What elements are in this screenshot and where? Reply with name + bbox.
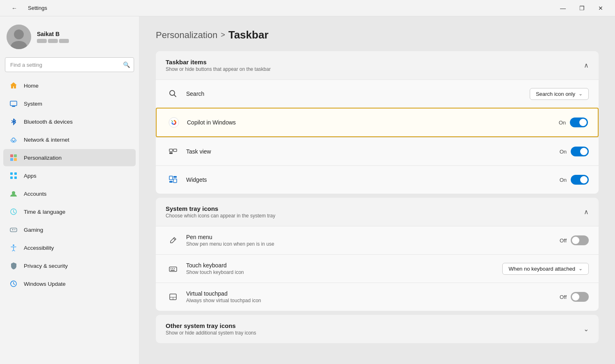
- svg-rect-11: [14, 172, 17, 175]
- avatar: [7, 25, 31, 49]
- svg-point-21: [173, 121, 175, 124]
- svg-rect-12: [10, 176, 13, 179]
- sidebar-item-accessibility[interactable]: Accessibility: [3, 239, 136, 256]
- minimize-button[interactable]: —: [554, 0, 572, 16]
- taskview-toggle[interactable]: [571, 147, 589, 156]
- widgets-toggle-knob: [580, 176, 588, 183]
- network-icon: [9, 135, 18, 144]
- keyboard-item-control: When no keyboard attached ⌄: [502, 263, 589, 275]
- taskbar-item-widgets: Widgets On: [156, 165, 599, 194]
- system-icon: [9, 99, 18, 108]
- search-item-icon: [166, 86, 180, 101]
- sidebar-label-privacy: Privacy & security: [24, 263, 68, 269]
- svg-rect-8: [10, 158, 13, 161]
- system-tray-sub: Choose which icons can appear in the sys…: [166, 213, 275, 219]
- svg-point-17: [13, 244, 14, 246]
- taskbar-items-sub: Show or hide buttons that appear on the …: [166, 66, 271, 72]
- tray-item-pen: Pen menu Show pen menu icon when pen is …: [156, 226, 599, 254]
- sidebar-item-system[interactable]: System: [3, 95, 136, 112]
- sidebar-label-update: Windows Update: [24, 281, 66, 287]
- widgets-toggle[interactable]: [571, 175, 589, 185]
- search-dropdown-value: Search icon only: [536, 91, 575, 97]
- accessibility-icon: [9, 243, 18, 252]
- svg-rect-33: [171, 270, 175, 271]
- keyboard-item-label: Touch keyboard: [186, 262, 502, 269]
- sidebar-label-personalization: Personalization: [24, 155, 61, 161]
- sidebar-label-accounts: Accounts: [24, 191, 47, 197]
- touchpad-toggle-label: Off: [560, 294, 567, 300]
- svg-rect-26: [173, 176, 177, 178]
- window-title: Settings: [28, 5, 47, 11]
- pen-toggle[interactable]: [571, 235, 589, 245]
- taskbar-items-section: Taskbar items Show or hide buttons that …: [156, 51, 599, 194]
- svg-point-5: [13, 141, 14, 142]
- copilot-item-control: On: [559, 118, 588, 127]
- back-button[interactable]: ←: [5, 0, 24, 16]
- system-tray-chevron: ∧: [584, 208, 589, 216]
- sidebar-item-home[interactable]: Home: [3, 77, 136, 94]
- search-item-text: Search: [186, 90, 530, 97]
- widgets-item-control: On: [560, 175, 589, 185]
- sidebar-item-network[interactable]: Network & internet: [3, 131, 136, 148]
- sidebar-label-bluetooth: Bluetooth & devices: [24, 119, 73, 125]
- touchpad-toggle[interactable]: [571, 292, 589, 302]
- breadcrumb-separator: >: [221, 31, 225, 39]
- sidebar-item-gaming[interactable]: Gaming: [3, 221, 136, 238]
- keyboard-item-text: Touch keyboard Show touch keyboard icon: [186, 262, 502, 275]
- sidebar-item-update[interactable]: Windows Update: [3, 275, 136, 292]
- copilot-item-text: Copilot in Windows: [187, 119, 559, 126]
- sidebar-item-accounts[interactable]: Accounts: [3, 185, 136, 202]
- svg-rect-32: [174, 268, 175, 269]
- search-dropdown-chevron: ⌄: [579, 91, 583, 97]
- svg-rect-13: [14, 176, 17, 179]
- system-tray-header[interactable]: System tray icons Choose which icons can…: [156, 198, 599, 226]
- copilot-toggle-knob: [579, 119, 587, 126]
- sidebar-label-system: System: [24, 101, 42, 107]
- search-icon: 🔍: [123, 61, 130, 68]
- search-box: 🔍: [5, 57, 134, 72]
- svg-rect-31: [172, 268, 173, 269]
- taskview-item-label: Task view: [186, 148, 560, 155]
- personalization-icon: [9, 153, 18, 162]
- sidebar-label-network: Network & internet: [24, 137, 69, 143]
- tray-item-touchpad: Virtual touchpad Always show virtual tou…: [156, 283, 599, 311]
- other-tray-header[interactable]: Other system tray icons Show or hide add…: [156, 315, 599, 343]
- svg-rect-30: [171, 268, 171, 269]
- taskbar-items-chevron: ∧: [584, 61, 589, 69]
- svg-point-19: [170, 90, 175, 95]
- user-name: Saikat B: [37, 31, 69, 37]
- maximize-button[interactable]: ❐: [572, 0, 591, 16]
- svg-rect-3: [10, 101, 17, 106]
- sidebar-item-time[interactable]: Time & language: [3, 203, 136, 220]
- breadcrumb: Personalization > Taskbar: [156, 29, 599, 41]
- home-icon: [9, 81, 18, 90]
- widgets-item-text: Widgets: [186, 176, 560, 183]
- taskview-toggle-label: On: [560, 149, 567, 155]
- keyboard-dropdown[interactable]: When no keyboard attached ⌄: [502, 263, 589, 275]
- svg-rect-16: [10, 228, 17, 232]
- sidebar-item-personalization[interactable]: Personalization: [3, 149, 136, 166]
- taskbar-item-taskview: Task view On: [156, 137, 599, 165]
- keyboard-item-sub: Show touch keyboard icon: [186, 269, 502, 275]
- svg-rect-22: [169, 149, 173, 151]
- nav-list: Home System: [0, 77, 139, 293]
- keyboard-dropdown-value: When no keyboard attached: [508, 266, 575, 272]
- sidebar-item-privacy[interactable]: Privacy & security: [3, 257, 136, 274]
- breadcrumb-current: Taskbar: [228, 29, 269, 41]
- svg-rect-25: [169, 176, 173, 180]
- search-input[interactable]: [5, 57, 134, 72]
- copilot-toggle[interactable]: [570, 118, 588, 127]
- keyboard-item-icon: [166, 261, 180, 276]
- pen-item-text: Pen menu Show pen menu icon when pen is …: [186, 234, 560, 247]
- touchpad-item-icon: [166, 289, 180, 304]
- sidebar-item-bluetooth[interactable]: Bluetooth & devices: [3, 113, 136, 130]
- user-sub-info: [37, 39, 69, 43]
- widgets-item-label: Widgets: [186, 176, 560, 183]
- sidebar-label-accessibility: Accessibility: [24, 245, 54, 251]
- sidebar-item-apps[interactable]: Apps: [3, 167, 136, 184]
- taskbar-items-header[interactable]: Taskbar items Show or hide buttons that …: [156, 51, 599, 79]
- svg-rect-7: [14, 154, 17, 157]
- title-bar: ← Settings — ❐ ✕: [0, 0, 615, 16]
- search-dropdown[interactable]: Search icon only ⌄: [530, 88, 589, 100]
- close-button[interactable]: ✕: [591, 0, 610, 16]
